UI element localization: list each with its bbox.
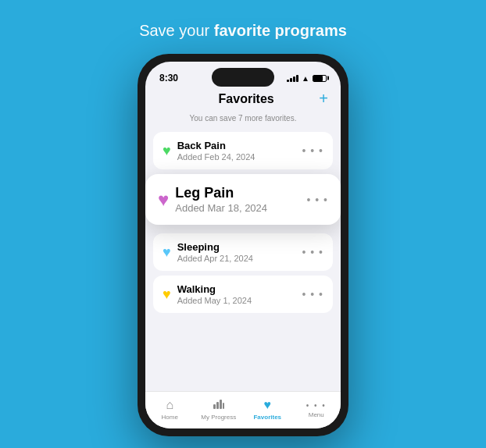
- heart-icon: ♥: [163, 286, 171, 303]
- add-favorite-button[interactable]: +: [319, 90, 328, 108]
- list-item[interactable]: ♥ Sleeping Added Apr 21, 2024 • • •: [153, 233, 333, 271]
- heart-icon: ♥: [163, 143, 171, 159]
- fav-date: Added Apr 21, 2024: [177, 254, 253, 263]
- item-menu-button[interactable]: • • •: [302, 288, 323, 300]
- fav-name: Leg Pain: [175, 185, 267, 201]
- nav-item-progress[interactable]: My Progress: [195, 398, 244, 421]
- item-menu-button[interactable]: • • •: [307, 194, 328, 206]
- list-item[interactable]: ♥ Walking Added May 1, 2024 • • •: [153, 276, 333, 313]
- fav-item-left: ♥ Leg Pain Added Mar 18, 2024: [158, 185, 267, 214]
- fav-date: Added May 1, 2024: [177, 296, 252, 305]
- menu-icon: • • •: [306, 401, 327, 410]
- fav-name: Sleeping: [177, 241, 253, 253]
- wifi-icon: ▲: [302, 74, 309, 83]
- svg-rect-2: [220, 400, 222, 409]
- fav-item-left: ♥ Back Pain Added Feb 24, 2024: [163, 140, 255, 162]
- dynamic-island: [212, 68, 274, 87]
- home-icon: ⌂: [166, 398, 173, 412]
- nav-item-home[interactable]: ⌂ Home: [145, 398, 195, 421]
- bottom-nav: ⌂ Home My Progress ♥ Favorites: [145, 391, 341, 428]
- screen-title: Favorites: [173, 92, 319, 106]
- status-icons: ▲: [287, 74, 327, 83]
- item-menu-button[interactable]: • • •: [302, 144, 323, 157]
- nav-label: Favorites: [253, 414, 281, 421]
- nav-label: Home: [162, 414, 178, 421]
- nav-label: Menu: [309, 411, 324, 418]
- nav-item-favorites[interactable]: ♥ Favorites: [243, 398, 292, 421]
- fav-name: Back Pain: [177, 140, 256, 151]
- status-time: 8:30: [159, 73, 178, 84]
- svg-rect-1: [216, 402, 219, 409]
- favorites-list: ♥ Back Pain Added Feb 24, 2024 • • • ♥ L…: [145, 129, 341, 391]
- nav-item-menu[interactable]: • • • Menu: [292, 401, 341, 418]
- fav-item-left: ♥ Sleeping Added Apr 21, 2024: [163, 241, 253, 263]
- list-item-featured[interactable]: ♥ Leg Pain Added Mar 18, 2024 • • •: [145, 174, 341, 225]
- item-menu-button[interactable]: • • •: [302, 246, 323, 258]
- screen-header: Favorites +: [145, 87, 341, 114]
- fav-item-left: ♥ Walking Added May 1, 2024: [163, 283, 252, 305]
- progress-icon: [213, 398, 224, 412]
- nav-label: My Progress: [201, 414, 236, 421]
- page-title: Save your favorite programs: [139, 22, 347, 40]
- heart-icon: ♥: [163, 244, 171, 261]
- fav-name: Walking: [177, 283, 252, 295]
- battery-icon: [313, 75, 327, 82]
- heart-icon: ♥: [158, 189, 169, 211]
- favorites-icon: ♥: [264, 398, 272, 412]
- list-item[interactable]: ♥ Back Pain Added Feb 24, 2024 • • •: [153, 132, 333, 169]
- signal-icon: [287, 75, 298, 82]
- svg-rect-0: [213, 404, 216, 409]
- fav-date: Added Feb 24, 2024: [177, 152, 256, 162]
- fav-date: Added Mar 18, 2024: [175, 202, 267, 214]
- phone-screen: 8:30 ▲ Favorites + You can save 7 mor: [145, 62, 341, 428]
- favorites-subtitle: You can save 7 more favorites.: [145, 114, 341, 129]
- svg-rect-3: [223, 403, 224, 409]
- phone-frame: 8:30 ▲ Favorites + You can save 7 mor: [138, 54, 348, 436]
